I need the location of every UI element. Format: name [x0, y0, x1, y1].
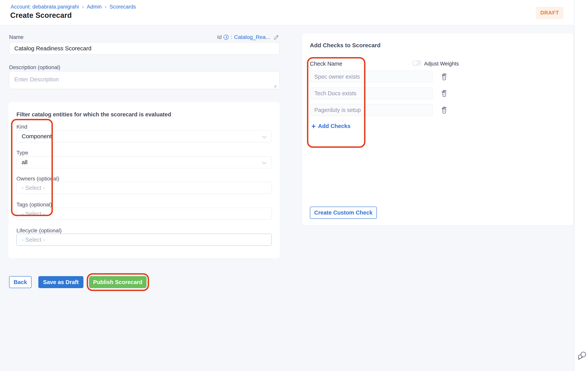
add-checks-card: Add Checks to Scorecard Check Name Adjus… — [302, 33, 573, 225]
adjust-weights-toggle[interactable] — [412, 60, 421, 66]
status-badge: DRAFT — [536, 7, 564, 19]
filter-card-title: Filter catalog entities for which the sc… — [16, 111, 171, 118]
page-header: Account: debabrata.panigrahi › Admin › S… — [0, 0, 574, 25]
adjust-weights-label: Adjust Weights — [424, 61, 459, 67]
chevron-down-icon — [262, 134, 266, 138]
owners-select-placeholder: - Select - — [22, 185, 45, 191]
breadcrumb-separator-icon: › — [82, 4, 84, 10]
lifecycle-label: Lifecycle (optional) — [16, 228, 62, 234]
publish-scorecard-button[interactable]: Publish Scorecard — [89, 276, 147, 288]
delete-check-button[interactable] — [441, 106, 448, 114]
chevron-down-icon — [262, 160, 266, 164]
description-label: Description (optional) — [9, 64, 60, 71]
tags-select[interactable]: - Select - — [16, 208, 272, 220]
add-checks-label: Add Checks — [318, 123, 350, 129]
breadcrumb: Account: debabrata.panigrahi › Admin › S… — [11, 4, 136, 10]
type-select[interactable]: all — [16, 156, 272, 168]
kind-select-value: Component — [22, 133, 52, 140]
add-checks-title: Add Checks to Scorecard — [310, 42, 380, 49]
tags-label: Tags (optional) — [16, 201, 52, 208]
chat-help-icon[interactable] — [578, 351, 587, 360]
name-input[interactable] — [9, 42, 280, 55]
id-label: Id — [217, 34, 222, 40]
scorecard-id-row: Id i : Catalog_Rea... — [217, 34, 280, 40]
toggle-knob — [413, 61, 418, 65]
kind-select[interactable]: Component — [16, 130, 272, 142]
delete-check-button[interactable] — [441, 90, 448, 98]
check-name-input[interactable] — [310, 71, 433, 83]
type-select-value: all — [22, 159, 28, 166]
owners-select[interactable]: - Select - — [16, 182, 272, 194]
id-colon: : — [231, 34, 232, 40]
plus-icon: + — [311, 123, 316, 129]
breadcrumb-admin-link[interactable]: Admin — [87, 4, 102, 10]
kind-label: Kind — [16, 124, 27, 130]
create-custom-check-button[interactable]: Create Custom Check — [310, 207, 377, 219]
owners-label: Owners (optional) — [16, 176, 59, 182]
scorecard-id-link[interactable]: Catalog_Rea... — [234, 34, 270, 40]
check-name-label: Check Name — [310, 61, 342, 67]
app-window: Account: debabrata.panigrahi › Admin › S… — [0, 0, 575, 371]
lifecycle-select-placeholder: - Select - — [22, 236, 45, 243]
breadcrumb-scorecards-link[interactable]: Scorecards — [110, 4, 136, 10]
breadcrumb-account-link[interactable]: Account: debabrata.panigrahi — [11, 4, 79, 10]
breadcrumb-separator-icon: › — [105, 4, 106, 10]
name-label: Name — [9, 34, 24, 40]
type-label: Type — [16, 150, 28, 156]
back-button[interactable]: Back — [9, 276, 32, 288]
edit-pencil-icon[interactable] — [273, 34, 280, 40]
info-icon[interactable]: i — [223, 35, 229, 40]
save-as-draft-button[interactable]: Save as Draft — [38, 276, 84, 288]
delete-check-button[interactable] — [441, 73, 448, 81]
check-name-input[interactable] — [310, 104, 433, 116]
tags-select-placeholder: - Select - — [22, 211, 45, 217]
description-textarea[interactable] — [9, 71, 280, 89]
add-checks-link[interactable]: + Add Checks — [311, 123, 350, 129]
name-row: Name Id i : Catalog_Rea... — [9, 34, 280, 40]
check-name-input[interactable] — [310, 87, 433, 99]
filter-card: Filter catalog entities for which the sc… — [8, 102, 280, 258]
page-title: Create Scorecard — [10, 11, 72, 20]
lifecycle-select[interactable]: - Select - — [16, 234, 272, 246]
